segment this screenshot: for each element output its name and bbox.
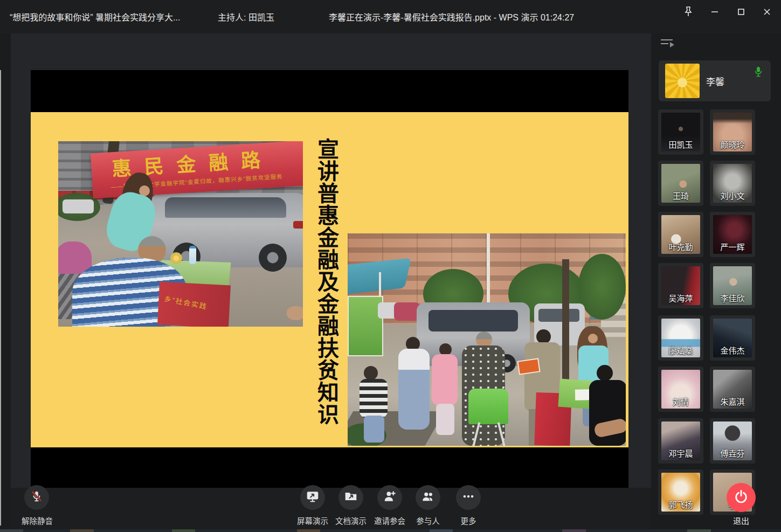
photo-green-chair (468, 389, 508, 424)
participant-tile[interactable]: 傅垚芬 (710, 418, 755, 464)
participant-name: 颜晓玲 (710, 139, 755, 150)
slide-vertical-title: 宣讲普惠金融及金融扶贫知识 (307, 130, 347, 432)
minimize-button[interactable] (704, 2, 725, 22)
more-button[interactable] (456, 485, 481, 510)
participant-name: 刘小文 (710, 190, 755, 201)
participant-name: 王琦 (658, 190, 703, 201)
presenting-title: 李馨正在演示-李馨-暑假社会实践报告.pptx - WPS 演示 01:24:2… (329, 0, 574, 33)
sidebar-collapse-button[interactable] (660, 37, 677, 51)
participant-name: 田凯玉 (658, 139, 703, 150)
photo-tape-roll (170, 252, 182, 264)
participant-name: 郭飞扬 (658, 499, 703, 510)
exit-label: 退出 (717, 515, 765, 526)
photo-person (589, 380, 626, 446)
car-wheel (259, 244, 287, 272)
invite-person-icon (383, 489, 397, 506)
table-banner-text: 乡”社会实践 (163, 293, 208, 312)
participant-tile[interactable]: 吴海萍 (658, 263, 703, 308)
titlebar: “想把我的故事和你说” 暑期社会实践分享大... 主持人: 田凯玉 李馨正在演示… (0, 0, 781, 33)
participant-tile[interactable]: 田凯玉 (658, 109, 703, 155)
exit-button[interactable] (727, 483, 756, 512)
van-window (538, 309, 579, 322)
participant-tile[interactable]: 王琦 (658, 161, 703, 206)
participant-tile[interactable]: 朱嘉淇 (710, 367, 755, 412)
doc-share-button[interactable] (338, 485, 363, 510)
photo-flyer (517, 358, 540, 375)
participant-name: 廖斌燊 (658, 344, 703, 356)
photo-car (394, 302, 420, 321)
pin-button[interactable] (678, 2, 699, 22)
participants-button[interactable] (416, 485, 440, 510)
slide-photo-left: 惠民金融路 ——重庆工商大学金融学院“金夏归故，融惠兴乡”脱贫攻坚服务 乡”社会… (58, 141, 303, 327)
taskbar-sliver (0, 529, 781, 532)
presentation-slide: 惠民金融路 ——重庆工商大学金融学院“金夏归故，融惠兴乡”脱贫攻坚服务 乡”社会… (31, 112, 628, 447)
participant-tile[interactable]: 严一辉 (710, 212, 755, 257)
photo-child (436, 404, 454, 435)
photo-guard (536, 329, 551, 344)
more-dots-icon (461, 489, 475, 506)
participant-name: 叶克勤 (658, 241, 703, 252)
car-windows (165, 197, 286, 218)
screen-share-button[interactable] (300, 485, 325, 510)
participant-tile[interactable]: 李佳欣 (710, 263, 755, 308)
power-icon (734, 489, 749, 506)
participant-name: 严一辉 (710, 241, 755, 252)
more-label: 更多 (444, 515, 493, 526)
participant-tile[interactable]: 叶克勤 (658, 212, 703, 257)
participant-name: 刘倩 (658, 396, 703, 407)
participant-name: 朱嘉淇 (710, 396, 755, 407)
participant-name: 李佳欣 (710, 292, 755, 303)
participant-name: 邓宇晨 (658, 447, 703, 459)
slide-photo-right (348, 233, 626, 446)
photo-tree (578, 254, 626, 320)
photo-child (432, 354, 458, 406)
participant-tile[interactable]: 颜晓玲 (710, 109, 755, 155)
doc-share-icon (344, 489, 358, 506)
unmute-label: 解除静音 (6, 515, 68, 526)
participants-icon (421, 489, 435, 506)
photo-tree-trunk (562, 259, 569, 385)
photo-hand (287, 306, 303, 320)
participant-name: 傅垚芬 (710, 447, 755, 459)
mic-muted-icon (30, 489, 44, 506)
photo-person (597, 365, 613, 381)
car-taillight (293, 221, 303, 229)
screen-share-icon (306, 489, 320, 506)
photo-person (398, 349, 430, 430)
pin-icon (683, 6, 694, 18)
participant-tile[interactable]: 金伟杰 (710, 315, 755, 361)
photo-child (364, 416, 384, 443)
shared-screen: 惠民金融路 ——重庆工商大学金融学院“金夏归故，融惠兴乡”脱贫攻坚服务 乡”社会… (31, 70, 628, 488)
participant-name: 吴海萍 (658, 292, 703, 303)
collapse-panel-icon (660, 43, 677, 52)
background-window-edge (0, 70, 1, 526)
participant-tile[interactable]: 刘倩 (658, 367, 703, 412)
participant-tile[interactable]: 邓宇晨 (658, 418, 703, 464)
meeting-title: “想把我的故事和你说” 暑期社会实践分享大... (10, 0, 180, 33)
participant-tile[interactable]: 刘小文 (710, 161, 755, 206)
active-speaker-card[interactable]: 李馨 (659, 60, 771, 101)
photo-car (63, 199, 94, 213)
close-button[interactable] (757, 2, 777, 22)
meeting-window: “想把我的故事和你说” 暑期社会实践分享大... 主持人: 田凯玉 李馨正在演示… (0, 0, 781, 532)
participant-name: 金伟杰 (710, 344, 755, 356)
participant-tile[interactable]: 郭飞扬 (658, 469, 703, 515)
photo-child (364, 366, 378, 380)
photo-water-bottle (189, 246, 196, 264)
maximize-button[interactable] (731, 2, 751, 22)
photo-table-banner: 乡”社会实践 (157, 282, 231, 327)
speaker-name: 李馨 (706, 74, 724, 88)
unmute-button[interactable] (24, 485, 49, 510)
close-icon (763, 8, 771, 16)
mic-active-icon (754, 66, 763, 81)
maximize-icon (737, 8, 745, 16)
photo-child (360, 379, 388, 418)
van-windshield (428, 310, 518, 331)
host-label: 主持人: 田凯玉 (218, 0, 274, 33)
photo-volunteer (588, 334, 598, 343)
minimize-icon (710, 8, 719, 16)
participant-tile[interactable]: 廖斌燊 (658, 315, 703, 361)
invite-button[interactable] (377, 485, 402, 510)
speaker-avatar (665, 64, 700, 98)
